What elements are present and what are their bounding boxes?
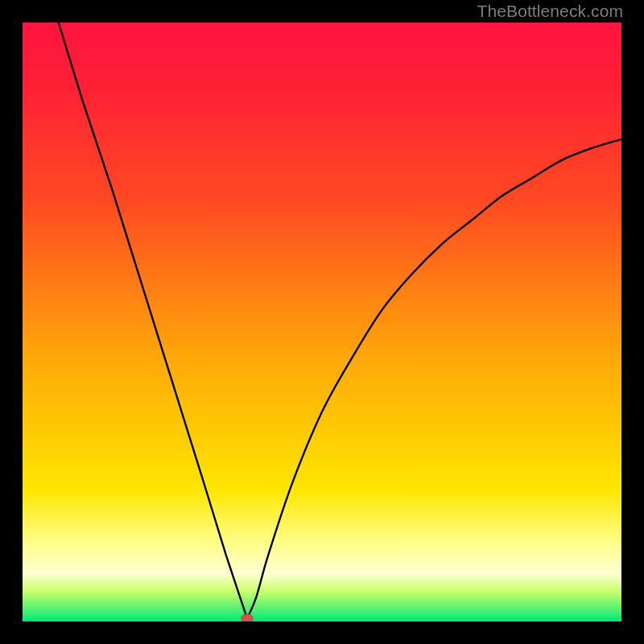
- plot-area: [23, 23, 621, 621]
- watermark-text: TheBottleneck.com: [477, 2, 623, 21]
- plot-svg: [23, 23, 621, 621]
- min-marker: [242, 614, 253, 621]
- svg-point-0: [242, 614, 253, 621]
- bottleneck-curve: [59, 23, 621, 618]
- chart-frame: TheBottleneck.com: [0, 0, 644, 644]
